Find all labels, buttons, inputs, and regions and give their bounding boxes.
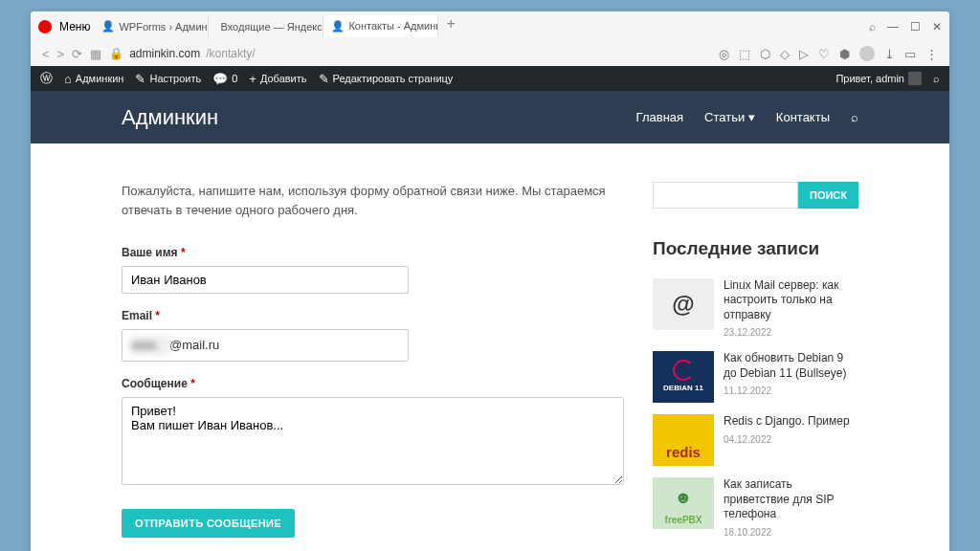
play-icon[interactable]: ▷ (799, 47, 809, 61)
avatar-icon (908, 72, 922, 85)
site-title[interactable]: Админкин (122, 105, 218, 130)
tab-label: WPForms › Админкин (119, 21, 209, 33)
search-icon[interactable]: ⌕ (851, 110, 858, 124)
field-email: Email * xxxx@mail.ru (122, 307, 624, 362)
tab-contacts[interactable]: 👤 Контакты - Админкин × (323, 15, 438, 37)
post-date: 18.10.2022 (724, 525, 858, 540)
main-column: Пожалуйста, напишите нам, используя форм… (122, 182, 624, 551)
intro-text: Пожалуйста, напишите нам, используя форм… (122, 182, 624, 219)
wp-admin-bar: ⓦ ⌂Админкин ✎Настроить 💬0 +Добавить ✎Ред… (31, 66, 949, 91)
reload-button[interactable]: ⟳ (72, 47, 82, 61)
page-content: Пожалуйста, напишите нам, используя форм… (31, 143, 949, 551)
browser-toolbar: < > ⟳ ▦ 🔒 adminkin.com/kontakty/ ◎ ⬚ ⬡ ◇… (31, 41, 949, 66)
wp-user-greeting[interactable]: Привет, admin (835, 72, 922, 85)
email-suffix: @mail.ru (169, 336, 219, 355)
site-nav: Главная Статьи ▾ Контакты ⌕ (636, 110, 858, 124)
post-date: 23.12.2022 (724, 325, 858, 340)
name-input[interactable] (122, 266, 409, 294)
recent-post-item[interactable]: DEBIAN 11 Как обновить Debian 9 до Debia… (653, 351, 858, 403)
tab-label: Контакты - Админкин (348, 20, 438, 32)
message-textarea[interactable] (122, 397, 624, 485)
post-thumbnail: freePBX (653, 477, 714, 529)
search-widget: ПОИСК (653, 182, 858, 209)
wp-search-icon[interactable]: ⌕ (933, 73, 940, 84)
search-input[interactable] (653, 182, 798, 209)
browser-window: Меню 👤 WPForms › Админкин × Входящие — Я… (31, 11, 949, 551)
message-label: Сообщение * (122, 375, 624, 392)
recent-post-item[interactable]: Linux Mail сервер: как настроить только … (653, 278, 858, 341)
site-header: Админкин Главная Статьи ▾ Контакты ⌕ (31, 91, 949, 143)
new-tab-button[interactable]: + (438, 15, 462, 37)
post-thumbnail (653, 278, 714, 330)
chevron-down-icon: ▾ (748, 110, 755, 124)
recent-posts-heading: Последние записи (653, 235, 858, 263)
email-input[interactable]: xxxx@mail.ru (122, 329, 409, 362)
post-title: Redis с Django. Пример (724, 414, 858, 430)
nav-contacts[interactable]: Контакты (776, 110, 830, 124)
minimize-icon[interactable]: — (887, 20, 899, 33)
submit-button[interactable]: ОТПРАВИТЬ СООБЩЕНИЕ (122, 509, 295, 538)
cube-icon[interactable]: ⬢ (839, 47, 850, 61)
back-button[interactable]: < (42, 47, 50, 61)
nav-home[interactable]: Главная (636, 110, 683, 124)
tab-label: Входящие — Яндекс Поч (220, 21, 323, 33)
maximize-icon[interactable]: ☐ (910, 20, 921, 33)
wp-logo[interactable]: ⓦ (40, 70, 53, 87)
post-title: Как записать приветствие для SIP телефон… (724, 477, 858, 522)
wp-edit-page[interactable]: ✎Редактировать страницу (319, 72, 454, 86)
wp-site-link[interactable]: ⌂Админкин (64, 72, 123, 86)
window-controls: ⌕ — ☐ ✕ (869, 20, 942, 33)
battery-icon[interactable]: ▭ (904, 47, 916, 61)
name-label: Ваше имя * (122, 244, 624, 261)
person-icon: 👤 (331, 20, 345, 33)
browser-titlebar: Меню 👤 WPForms › Админкин × Входящие — Я… (31, 11, 949, 41)
lock-icon: 🔒 (109, 47, 123, 60)
shield-icon[interactable]: ⬡ (760, 47, 770, 61)
extension-icon[interactable]: ◇ (780, 47, 790, 61)
post-title: Linux Mail сервер: как настроить только … (724, 278, 858, 323)
close-icon[interactable]: ✕ (932, 20, 942, 33)
download-icon[interactable]: ⤓ (884, 47, 895, 61)
recent-post-item[interactable]: redis Redis с Django. Пример 04.12.2022 (653, 414, 858, 466)
url-host: adminkin.com (129, 47, 200, 60)
recent-post-item[interactable]: freePBX Как записать приветствие для SIP… (653, 477, 858, 540)
post-date: 04.12.2022 (724, 432, 858, 447)
nav-articles[interactable]: Статьи ▾ (704, 110, 755, 124)
field-message: Сообщение * (122, 375, 624, 491)
search-button[interactable]: ПОИСК (798, 182, 858, 209)
search-icon[interactable]: ⌕ (869, 20, 876, 33)
email-label: Email * (122, 307, 624, 324)
wp-add[interactable]: +Добавить (249, 72, 306, 86)
wp-customize[interactable]: ✎Настроить (135, 72, 201, 86)
field-name: Ваше имя * (122, 244, 624, 294)
post-thumbnail: redis (653, 414, 714, 466)
post-date: 11.12.2022 (724, 384, 858, 398)
profile-avatar[interactable] (859, 46, 875, 61)
sidebar-column: ПОИСК Последние записи Linux Mail сервер… (653, 182, 858, 551)
apps-icon[interactable]: ▦ (90, 47, 101, 61)
browser-tabs: 👤 WPForms › Админкин × Входящие — Яндекс… (94, 15, 865, 37)
browser-menu-label[interactable]: Меню (59, 20, 90, 33)
opera-icon (38, 20, 52, 33)
screenshot-icon[interactable]: ⬚ (739, 47, 750, 61)
bookmark-icon[interactable]: ♡ (818, 47, 830, 61)
post-title: Как обновить Debian 9 до Debian 11 (Bull… (724, 351, 858, 381)
forward-button[interactable]: > (57, 47, 65, 61)
post-thumbnail: DEBIAN 11 (653, 351, 714, 403)
url-path: /kontakty/ (206, 47, 255, 60)
messenger-icon[interactable]: ◎ (719, 47, 729, 61)
more-icon[interactable]: ⋮ (925, 47, 938, 61)
url-bar[interactable]: 🔒 adminkin.com/kontakty/ (109, 47, 711, 60)
wp-comments[interactable]: 💬0 (212, 72, 237, 86)
email-blurred-part: xxxx (131, 336, 169, 355)
toolbar-icons: ◎ ⬚ ⬡ ◇ ▷ ♡ ⬢ ⤓ ▭ ⋮ (719, 46, 938, 61)
tab-wpforms[interactable]: 👤 WPForms › Админкин × (94, 15, 209, 37)
person-icon: 👤 (101, 20, 115, 33)
tab-yandex[interactable]: Входящие — Яндекс Поч × (209, 15, 323, 37)
